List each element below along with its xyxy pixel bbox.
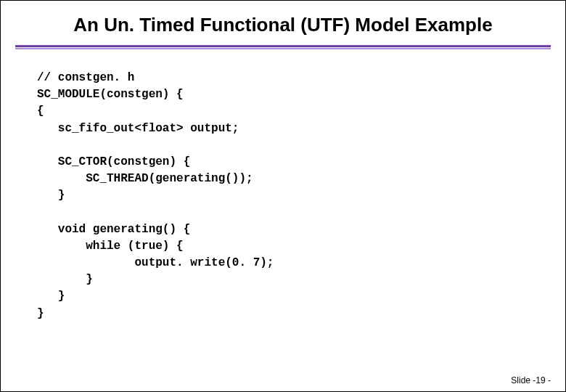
code-line: SC_MODULE(constgen) { xyxy=(37,88,184,101)
code-line: void generating() { xyxy=(37,223,190,236)
code-line: SC_CTOR(constgen) { xyxy=(37,155,190,168)
code-line: while (true) { xyxy=(37,240,184,253)
code-line: // constgen. h xyxy=(37,71,134,84)
code-block: // constgen. h SC_MODULE(constgen) { { s… xyxy=(37,70,529,322)
code-line: } xyxy=(37,307,44,320)
divider xyxy=(15,45,551,49)
code-line: } xyxy=(37,273,93,286)
code-line: sc_fifo_out<float> output; xyxy=(37,122,239,135)
slide-title: An Un. Timed Functional (UTF) Model Exam… xyxy=(30,14,536,36)
content-area: // constgen. h SC_MODULE(constgen) { { s… xyxy=(1,49,565,322)
code-line: } xyxy=(37,290,65,303)
code-line: output. write(0. 7); xyxy=(37,256,274,269)
title-area: An Un. Timed Functional (UTF) Model Exam… xyxy=(1,1,565,45)
code-line: SC_THREAD(generating()); xyxy=(37,172,253,185)
slide-number: Slide -19 - xyxy=(511,375,551,385)
code-line: } xyxy=(37,189,65,202)
code-line: { xyxy=(37,105,44,118)
slide: An Un. Timed Functional (UTF) Model Exam… xyxy=(0,0,566,392)
